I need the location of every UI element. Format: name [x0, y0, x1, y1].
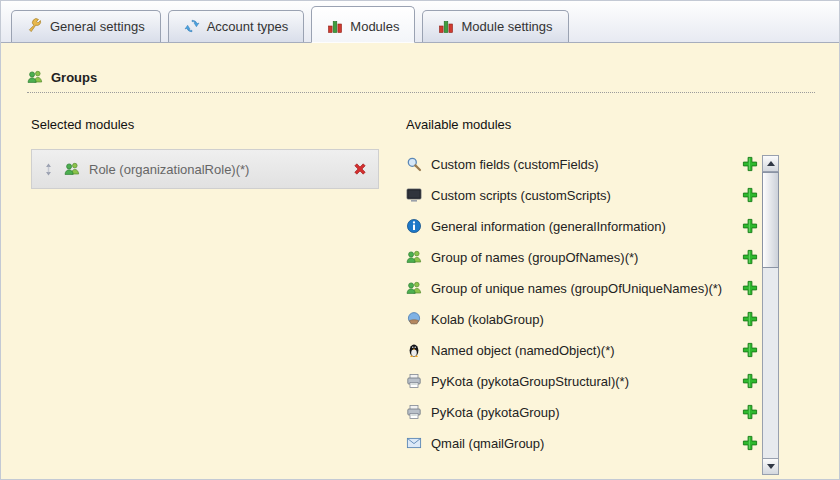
printer-icon [406, 373, 422, 389]
available-module-row: Group of unique names (groupOfUniqueName… [406, 273, 758, 304]
available-module-label: PyKota (pykotaGroupStructural)(*) [431, 373, 733, 390]
available-module-label: Custom fields (customFields) [431, 156, 733, 173]
scrollbar[interactable] [762, 155, 779, 475]
add-module-button[interactable] [742, 404, 758, 420]
tab-label: Module settings [461, 19, 552, 34]
penguin-icon [406, 342, 422, 358]
tab-label: General settings [50, 19, 145, 34]
add-module-button[interactable] [742, 218, 758, 234]
magnifier-icon [406, 156, 422, 172]
tab-modules[interactable]: Modules [311, 6, 415, 43]
available-module-row: General information (generalInformation) [406, 211, 758, 242]
info-icon [406, 218, 422, 234]
available-module-label: Kolab (kolabGroup) [431, 311, 733, 328]
sync-icon [184, 18, 200, 34]
available-module-row: Qmail (qmailGroup) [406, 428, 758, 459]
arrow-up-icon [767, 161, 775, 166]
add-module-button[interactable] [742, 342, 758, 358]
available-module-row: Kolab (kolabGroup) [406, 304, 758, 335]
selected-module-label: Role (organizationalRole)(*) [89, 162, 343, 177]
available-module-label: Group of names (groupOfNames)(*) [431, 249, 733, 266]
drag-handle-icon[interactable] [42, 163, 55, 176]
available-modules-column: Available modules Custom fields (customF… [406, 117, 758, 459]
add-module-button[interactable] [742, 156, 758, 172]
selected-modules-heading: Selected modules [31, 117, 379, 132]
add-module-button[interactable] [742, 435, 758, 451]
arrow-down-icon [767, 464, 775, 469]
available-modules-heading: Available modules [406, 117, 758, 132]
add-module-button[interactable] [742, 249, 758, 265]
modules-icon [327, 18, 343, 34]
available-module-label: Named object (namedObject)(*) [431, 342, 733, 359]
available-module-label: Custom scripts (customScripts) [431, 187, 733, 204]
add-module-button[interactable] [742, 187, 758, 203]
tab-account-types[interactable]: Account types [168, 10, 305, 42]
module-settings-icon [438, 18, 454, 34]
group-icon [406, 249, 422, 265]
available-module-row: Group of names (groupOfNames)(*) [406, 242, 758, 273]
available-module-row: Custom fields (customFields) [406, 149, 758, 180]
tab-label: Account types [207, 19, 289, 34]
tab-bar: General settings Account types Modules M… [1, 1, 839, 43]
available-module-row: Custom scripts (customScripts) [406, 180, 758, 211]
selected-modules-column: Selected modules Role (organizationalRol… [31, 117, 379, 459]
selected-module-row[interactable]: Role (organizationalRole)(*) [31, 149, 379, 189]
scrollbar-track[interactable] [763, 172, 778, 458]
kolab-icon [406, 311, 422, 327]
wrench-icon [27, 18, 43, 34]
section-header-groups: Groups [27, 69, 815, 93]
modules-config-page: General settings Account types Modules M… [0, 0, 840, 480]
available-module-label: General information (generalInformation) [431, 218, 733, 235]
section-title: Groups [51, 70, 97, 85]
module-columns: Selected modules Role (organizationalRol… [31, 117, 839, 459]
group-icon [64, 161, 80, 177]
tab-label: Modules [350, 19, 399, 34]
add-module-button[interactable] [742, 373, 758, 389]
scrollbar-up-button[interactable] [763, 156, 778, 172]
add-module-button[interactable] [742, 280, 758, 296]
printer-icon [406, 404, 422, 420]
tab-general-settings[interactable]: General settings [11, 10, 161, 42]
available-module-label: PyKota (pykotaGroup) [431, 404, 733, 421]
remove-module-button[interactable] [352, 161, 368, 177]
available-module-row: Named object (namedObject)(*) [406, 335, 758, 366]
available-module-label: Group of unique names (groupOfUniqueName… [431, 280, 733, 297]
scrollbar-down-button[interactable] [763, 458, 778, 474]
modules-content: Groups Selected modules Role (organizati… [1, 43, 839, 479]
available-module-label: Qmail (qmailGroup) [431, 435, 733, 452]
selected-modules-list: Role (organizationalRole)(*) [31, 149, 379, 189]
screen-icon [406, 187, 422, 203]
available-module-row: PyKota (pykotaGroup) [406, 397, 758, 428]
groups-icon [27, 69, 43, 85]
tab-module-settings[interactable]: Module settings [422, 10, 568, 42]
available-modules-list: Custom fields (customFields) Custom scri… [406, 149, 758, 459]
scrollbar-thumb[interactable] [762, 172, 779, 268]
add-module-button[interactable] [742, 311, 758, 327]
mail-icon [406, 435, 422, 451]
group-icon [406, 280, 422, 296]
available-module-row: PyKota (pykotaGroupStructural)(*) [406, 366, 758, 397]
